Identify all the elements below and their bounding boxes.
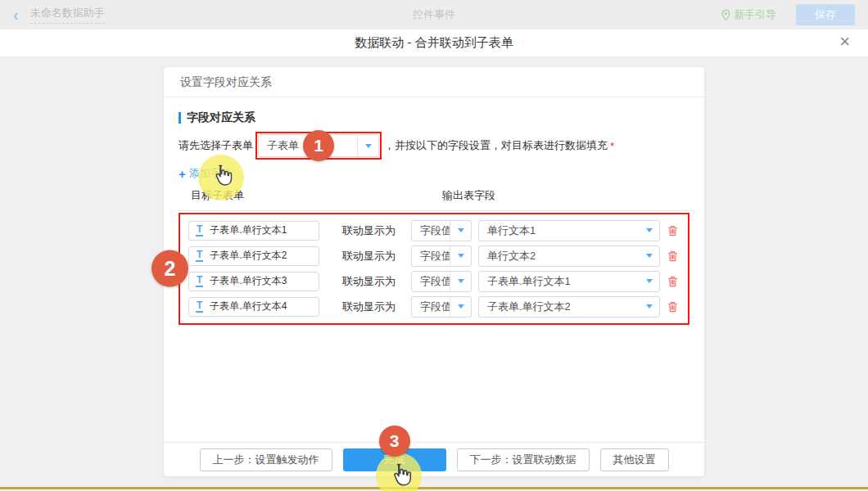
other-settings-button[interactable]: 其他设置 <box>600 448 669 471</box>
target-field-input[interactable]: T 子表单.单行文本3 <box>188 272 319 291</box>
chevron-down-icon <box>450 272 471 291</box>
section-title: 字段对应关系 <box>179 110 689 125</box>
next-step-button[interactable]: 下一步：设置联动数据 <box>457 448 590 471</box>
topbar-right: 新手引导 保存 <box>721 4 855 25</box>
document-title[interactable]: 未命名数据助手 <box>30 6 105 24</box>
output-field-select[interactable]: 子表单.单行文本2 <box>478 296 660 318</box>
trash-icon[interactable] <box>667 300 679 313</box>
text-field-icon: T <box>196 250 203 262</box>
location-pin-icon <box>721 9 730 21</box>
field-mapping-panel: 设置字段对应关系 字段对应关系 请先选择子表单 子表单 1 ，并按以下的字段设置… <box>164 67 704 476</box>
output-field-value: 子表单.单行文本2 <box>479 300 640 314</box>
relation-label: 联动显示为 <box>342 274 398 289</box>
required-mark: * <box>610 140 614 152</box>
bottom-accent-line <box>0 487 868 489</box>
subform-select-label: 请先选择子表单 <box>179 138 253 153</box>
text-field-icon: T <box>196 276 203 287</box>
hand-cursor-icon <box>210 162 234 189</box>
section-title-label: 字段对应关系 <box>187 110 255 125</box>
text-field-icon: T <box>196 301 203 313</box>
prev-step-button[interactable]: 上一步：设置触发动作 <box>200 448 332 471</box>
save-button[interactable]: 保存 <box>796 4 855 25</box>
chevron-down-icon <box>640 228 659 232</box>
text-field-icon: T <box>196 225 203 236</box>
mode-select[interactable]: 字段值 <box>411 246 472 267</box>
output-field-select[interactable]: 单行文本1 <box>478 220 660 241</box>
step-badge-3: 3 <box>379 426 410 457</box>
chevron-down-icon <box>640 279 659 283</box>
mapping-rows-highlight-box: 2 T 子表单.单行文本1 联动显示为 字段值 单行文本1 <box>179 213 689 325</box>
subform-select-suffix: ，并按以下的字段设置，对目标表进行数据填充 <box>384 138 608 153</box>
mode-select-value: 字段值 <box>412 223 450 238</box>
chevron-down-icon <box>450 246 471 266</box>
mode-select-value: 字段值 <box>412 274 450 289</box>
target-field-value: 子表单.单行文本1 <box>210 223 287 237</box>
target-field-input[interactable]: T 子表单.单行文本2 <box>188 246 319 266</box>
subform-select-row: 请先选择子表单 子表单 1 ，并按以下的字段设置，对目标表进行数据填充 * <box>179 132 689 160</box>
chevron-down-icon <box>450 221 471 241</box>
chevron-down-icon <box>640 304 659 309</box>
trash-icon[interactable] <box>667 224 679 237</box>
output-field-select[interactable]: 单行文本2 <box>478 246 660 267</box>
close-icon[interactable]: × <box>839 33 850 51</box>
chevron-down-icon <box>357 135 378 156</box>
panel-header: 设置字段对应关系 <box>164 67 704 97</box>
trash-icon[interactable] <box>667 250 679 263</box>
chevron-down-icon <box>450 297 471 317</box>
mapping-row: T 子表单.单行文本1 联动显示为 字段值 单行文本1 <box>188 221 680 241</box>
dialog-header: 数据联动 - 合并联动到子表单 × <box>0 29 868 57</box>
step-badge-2: 2 <box>151 250 188 287</box>
highlight-box-step1: 子表单 1 <box>255 132 382 160</box>
panel-footer: 上一步：设置触发动作 完成 3 下一步：设置联动数据 其他设置 <box>164 442 704 476</box>
panel-body: 字段对应关系 请先选择子表单 子表单 1 ，并按以下的字段设置，对目标表进行数据… <box>164 97 704 325</box>
target-field-input[interactable]: T 子表单.单行文本4 <box>188 297 319 317</box>
plus-icon: + <box>179 168 186 180</box>
relation-label: 联动显示为 <box>342 249 398 264</box>
mode-select[interactable]: 字段值 <box>411 271 472 292</box>
mapping-row: T 子表单.单行文本3 联动显示为 字段值 子表单.单行文本1 <box>188 272 680 291</box>
relation-label: 联动显示为 <box>342 300 398 314</box>
output-field-value: 子表单.单行文本1 <box>479 274 640 289</box>
step-badge-1: 1 <box>303 130 334 161</box>
back-icon[interactable]: ‹ <box>13 7 19 23</box>
screen: ‹ 未命名数据助手 控件事件 新手引导 保存 数据联动 - 合并联动到子表单 ×… <box>0 0 868 491</box>
target-field-value: 子表单.单行文本3 <box>210 274 287 288</box>
guide-link[interactable]: 新手引导 <box>721 7 776 22</box>
mapping-row: T 子表单.单行文本4 联动显示为 字段值 子表单.单行文本2 <box>188 297 680 317</box>
topbar-center-title: 控件事件 <box>413 7 455 22</box>
output-field-value: 单行文本2 <box>479 249 640 264</box>
target-field-value: 子表单.单行文本2 <box>210 249 287 263</box>
trash-icon[interactable] <box>667 275 679 288</box>
mode-select[interactable]: 字段值 <box>411 220 472 241</box>
relation-label: 联动显示为 <box>342 223 398 238</box>
chevron-down-icon <box>640 254 659 258</box>
add-field-link[interactable]: + 添加字段 <box>179 166 232 181</box>
column-header-output: 输出表字段 <box>442 188 495 203</box>
output-field-select[interactable]: 子表单.单行文本1 <box>478 271 660 292</box>
section-accent-bar <box>179 112 181 124</box>
topbar: ‹ 未命名数据助手 控件事件 新手引导 保存 <box>0 0 868 29</box>
target-field-value: 子表单.单行文本4 <box>210 300 287 313</box>
mode-select[interactable]: 字段值 <box>411 296 472 318</box>
column-headers: 目标子表单 输出表字段 <box>179 188 689 211</box>
hand-cursor-icon <box>387 461 414 489</box>
target-field-input[interactable]: T 子表单.单行文本1 <box>188 221 319 241</box>
guide-label: 新手引导 <box>734 7 776 22</box>
mode-select-value: 字段值 <box>412 300 450 314</box>
mapping-row: T 子表单.单行文本2 联动显示为 字段值 单行文本2 <box>188 246 680 266</box>
dialog-title: 数据联动 - 合并联动到子表单 <box>355 35 513 51</box>
mode-select-value: 字段值 <box>412 249 450 264</box>
done-button[interactable]: 完成 3 <box>343 448 446 471</box>
output-field-value: 单行文本1 <box>479 223 640 238</box>
